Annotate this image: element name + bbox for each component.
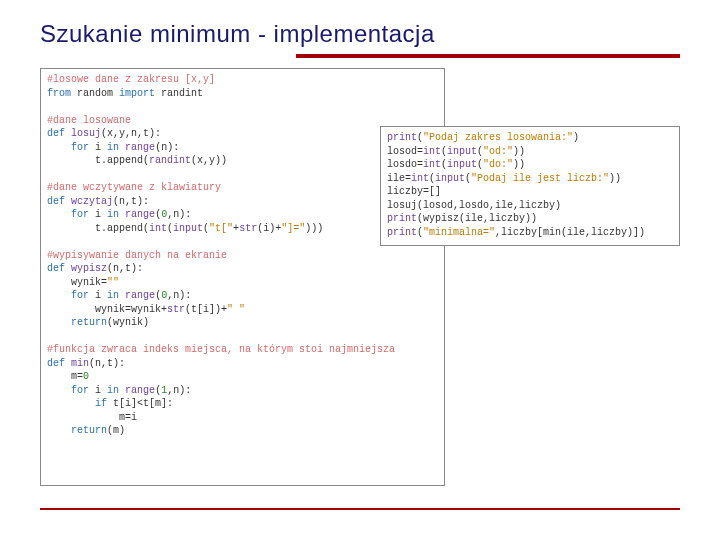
code-comment: #dane wczytywane z klawiatury [47,182,221,193]
code-keyword: from [47,88,71,99]
footer-rule [40,508,680,510]
slide: Szukanie minimum - implementacja #losowe… [0,0,720,540]
code-comment: #dane losowane [47,115,131,126]
title-underline [296,54,680,58]
code-comment: #losowe dane z zakresu [x,y] [47,74,215,85]
code-comment: #wypisywanie danych na ekranie [47,250,227,261]
code-box-right: print("Podaj zakres losowania:") losod=i… [380,126,680,246]
code-comment: #funkcja zwraca indeks miejsca, na który… [47,344,395,355]
content-area: #losowe dane z zakresu [x,y] from random… [40,68,680,488]
slide-title: Szukanie minimum - implementacja [40,20,680,54]
